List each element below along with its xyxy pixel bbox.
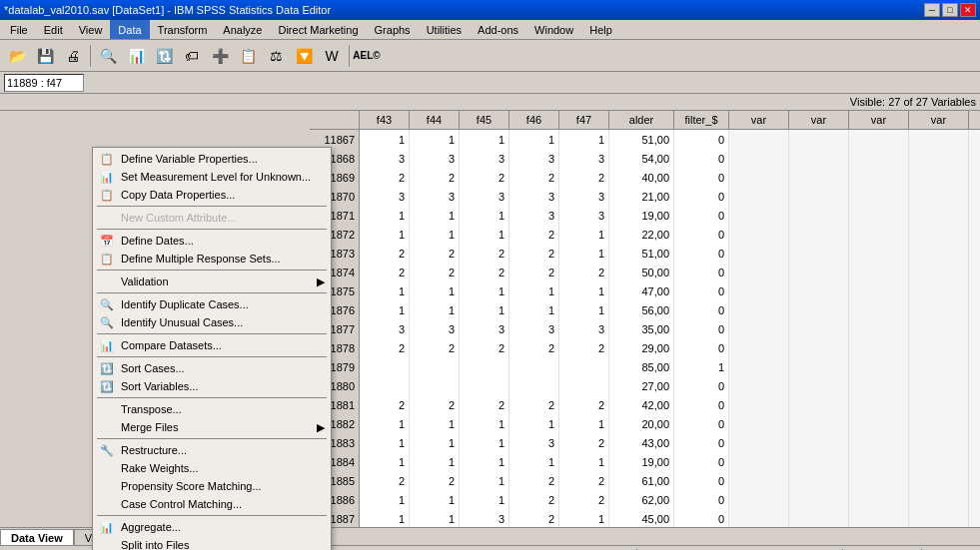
menu-utilities[interactable]: Utilities <box>419 20 470 39</box>
menu-validation[interactable]: Validation ▶ <box>93 273 331 290</box>
compare-icon: 📊 <box>99 337 115 353</box>
menu-sep-8 <box>97 438 327 439</box>
select-cases-tb-button[interactable]: 🔽 <box>291 43 317 69</box>
menu-data[interactable]: Data <box>110 20 149 39</box>
table-row[interactable]: 118721112122,000 <box>310 225 980 244</box>
col-var-5[interactable]: var <box>969 111 980 129</box>
menu-transpose[interactable]: Transpose... <box>93 400 331 418</box>
menu-propensity[interactable]: Propensity Score Matching... <box>93 477 331 495</box>
table-row[interactable]: 1188027,000 <box>310 376 980 395</box>
menu-split-into-files[interactable]: Split into Files <box>93 536 331 550</box>
menu-bar: File Edit View Data Transform Analyze Di… <box>0 20 980 40</box>
menu-help[interactable]: Help <box>581 20 620 39</box>
menu-analyze[interactable]: Analyze <box>215 20 270 39</box>
visible-info: Visible: 27 of 27 Variables <box>850 96 976 108</box>
table-row[interactable]: 118841111119,000 <box>310 452 980 471</box>
split-button[interactable]: ⚖ <box>263 43 289 69</box>
col-var-1[interactable]: var <box>729 111 789 129</box>
menu-restructure[interactable]: 🔧 Restructure... <box>93 441 331 459</box>
menu-file[interactable]: File <box>2 20 36 39</box>
menu-identify-unusual[interactable]: 🔍 Identify Unusual Cases... <box>93 313 331 331</box>
table-row[interactable]: 118742222250,000 <box>310 263 980 281</box>
weight-button[interactable]: W <box>319 43 345 69</box>
toolbar-sep-1 <box>90 45 91 67</box>
open-button[interactable]: 📂 <box>4 43 30 69</box>
menu-view[interactable]: View <box>71 20 111 39</box>
table-row[interactable]: 118683333354,000 <box>310 149 980 168</box>
col-var-4[interactable]: var <box>909 111 969 129</box>
spss-logo[interactable]: AEL© <box>354 43 380 69</box>
col-var-2[interactable]: var <box>789 111 849 129</box>
menu-define-dates[interactable]: 📅 Define Dates... <box>93 232 331 250</box>
menu-identify-dup[interactable]: 🔍 Identify Duplicate Cases... <box>93 295 331 313</box>
print-button[interactable]: 🖨 <box>60 43 86 69</box>
menu-sep-9 <box>97 515 327 516</box>
table-row[interactable]: 118871132145,000 <box>310 509 980 527</box>
col-f45[interactable]: f45 <box>460 111 509 129</box>
table-row[interactable]: 118751111147,000 <box>310 281 980 300</box>
tab-data-view[interactable]: Data View <box>0 529 74 545</box>
title-bar-title: *datalab_val2010.sav [DataSet1] - IBM SP… <box>4 4 331 16</box>
chart-button[interactable]: 📊 <box>123 43 149 69</box>
save-button[interactable]: 💾 <box>32 43 58 69</box>
menu-merge-files[interactable]: Merge Files ▶ <box>93 418 331 436</box>
table-row[interactable]: 118773333335,000 <box>310 319 980 338</box>
cell-ref-input[interactable] <box>4 74 84 92</box>
menu-sep-4 <box>97 292 327 293</box>
table-row[interactable]: 118831113243,000 <box>310 433 980 452</box>
menu-graphs[interactable]: Graphs <box>367 20 419 39</box>
table-row[interactable]: 118761111156,000 <box>310 300 980 319</box>
menu-sort-variables[interactable]: 🔃 Sort Variables... <box>93 377 331 395</box>
maximize-button[interactable]: □ <box>942 3 958 17</box>
visible-counter: Visible: 27 of 27 Variables <box>0 94 980 111</box>
col-f46[interactable]: f46 <box>509 111 559 129</box>
sort-cases-icon: 🔃 <box>99 360 115 376</box>
sort-vars-icon: 🔃 <box>99 378 115 394</box>
table-row[interactable]: 118671111151,000 <box>310 130 980 149</box>
table-row[interactable]: 118703333321,000 <box>310 187 980 206</box>
define-dates-icon: 📅 <box>99 233 115 249</box>
menu-edit[interactable]: Edit <box>36 20 71 39</box>
menu-rake-weights[interactable]: Rake Weights... <box>93 459 331 477</box>
close-button[interactable]: ✕ <box>960 3 976 17</box>
table-row[interactable]: 118821111120,000 <box>310 414 980 433</box>
table-row[interactable]: 1187985,001 <box>310 357 980 376</box>
table-row[interactable]: 118711113319,000 <box>310 206 980 225</box>
aggregate-icon: 📊 <box>99 519 115 535</box>
table-row[interactable]: 118861112262,000 <box>310 490 980 509</box>
identify-unusual-icon: 🔍 <box>99 314 115 330</box>
table-row[interactable]: 118732222151,000 <box>310 244 980 263</box>
table-row[interactable]: 118782222229,000 <box>310 338 980 357</box>
menu-define-variable-props[interactable]: 📋 Define Variable Properties... <box>93 150 331 168</box>
col-f47[interactable]: f47 <box>559 111 609 129</box>
table-row[interactable]: 118852212261,000 <box>310 471 980 490</box>
minimize-button[interactable]: ─ <box>924 3 940 17</box>
menu-addons[interactable]: Add-ons <box>470 20 526 39</box>
col-f44[interactable]: f44 <box>410 111 460 129</box>
insert-cases-button[interactable]: ➕ <box>207 43 233 69</box>
find-button[interactable]: 🔍 <box>95 43 121 69</box>
value-labels-button[interactable]: 🏷 <box>179 43 205 69</box>
menu-aggregate[interactable]: 📊 Aggregate... <box>93 518 331 536</box>
menu-copy-data-props[interactable]: 📋 Copy Data Properties... <box>93 186 331 204</box>
toolbar-sep-2 <box>349 45 350 67</box>
title-bar-controls: ─ □ ✕ <box>924 3 976 17</box>
spreadsheet-column-headers: f43 f44 f45 f46 f47 alder filter_$ var v… <box>310 111 980 130</box>
col-var-3[interactable]: var <box>849 111 909 129</box>
menu-window[interactable]: Window <box>526 20 581 39</box>
menu-set-measurement[interactable]: 📊 Set Measurement Level for Unknown... <box>93 168 331 186</box>
insert-var-button[interactable]: 📋 <box>235 43 261 69</box>
pivot-button[interactable]: 🔃 <box>151 43 177 69</box>
menu-direct-marketing[interactable]: Direct Marketing <box>270 20 366 39</box>
toolbar: 📂 💾 🖨 🔍 📊 🔃 🏷 ➕ 📋 ⚖ 🔽 W AEL© <box>0 40 980 72</box>
menu-sort-cases[interactable]: 🔃 Sort Cases... <box>93 359 331 377</box>
col-alder[interactable]: alder <box>609 111 674 129</box>
col-filter[interactable]: filter_$ <box>674 111 729 129</box>
menu-case-control[interactable]: Case Control Matching... <box>93 495 331 513</box>
menu-transform[interactable]: Transform <box>150 20 216 39</box>
table-row[interactable]: 118812222242,000 <box>310 395 980 414</box>
menu-compare-datasets[interactable]: 📊 Compare Datasets... <box>93 336 331 354</box>
table-row[interactable]: 118692222240,000 <box>310 168 980 187</box>
menu-define-multiple[interactable]: 📋 Define Multiple Response Sets... <box>93 250 331 268</box>
col-f43[interactable]: f43 <box>360 111 410 129</box>
